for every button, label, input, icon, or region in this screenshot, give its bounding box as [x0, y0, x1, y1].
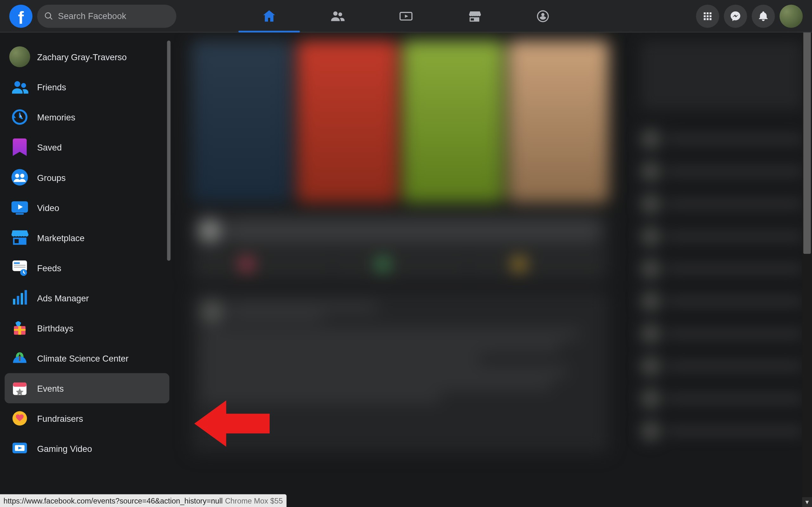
video-icon: [398, 9, 414, 24]
messenger-icon: [729, 10, 741, 22]
right-sidebar-blurred: [641, 41, 803, 445]
menu-grid-icon: [702, 10, 714, 22]
nav-groups[interactable]: [511, 0, 575, 32]
marketplace-icon: [467, 9, 482, 24]
svg-rect-5: [15, 213, 24, 215]
post: [191, 291, 609, 453]
scroll-thumb[interactable]: [803, 10, 811, 253]
memories-icon: [9, 107, 30, 127]
svg-rect-12: [17, 296, 19, 304]
menu-button[interactable]: [696, 4, 719, 27]
sidebar-item-friends[interactable]: Friends: [5, 72, 169, 102]
svg-point-1: [11, 169, 28, 186]
sidebar-item-label: Marketplace: [37, 233, 84, 242]
nav-home[interactable]: [237, 0, 301, 32]
events-icon: [9, 378, 30, 399]
ads-manager-icon: [9, 287, 30, 308]
sidebar-item-label: Fundraisers: [37, 413, 83, 424]
sidebar-item-label: Memories: [37, 112, 75, 122]
svg-rect-20: [13, 383, 27, 387]
sidebar-item-memories[interactable]: Memories: [5, 102, 169, 132]
nav-video[interactable]: [374, 0, 438, 32]
svg-rect-9: [14, 267, 26, 268]
sidebar-item-profile[interactable]: Zachary Gray-Traverso: [5, 42, 169, 72]
sidebar-item-groups[interactable]: Groups: [5, 162, 169, 192]
sidebar-scrollbar-thumb[interactable]: [167, 41, 171, 261]
sidebar-item-label: Birthdays: [37, 323, 73, 333]
friends-icon: [9, 76, 30, 97]
sidebar-item-fundraisers[interactable]: Fundraisers: [5, 403, 169, 434]
svg-rect-7: [14, 262, 20, 264]
sidebar-item-label: Friends: [37, 82, 66, 92]
messenger-button[interactable]: [724, 4, 747, 27]
friends-icon: [330, 9, 345, 24]
header: f: [0, 0, 812, 32]
status-bar: https://www.facebook.com/events?source=4…: [0, 494, 287, 507]
avatar-icon: [9, 46, 30, 67]
search-input[interactable]: [53, 11, 169, 21]
groups-icon: [9, 167, 30, 188]
sidebar-item-gaming-video[interactable]: Gaming Video: [5, 434, 169, 464]
sidebar-item-label: Events: [37, 383, 64, 393]
left-sidebar[interactable]: Zachary Gray-Traverso Friends Memories S…: [0, 32, 174, 507]
saved-icon: [9, 137, 30, 158]
status-tail: Chrome Mox $55: [225, 496, 283, 505]
fundraisers-icon: [9, 408, 30, 429]
sidebar-item-label: Ads Manager: [37, 293, 89, 302]
home-icon: [262, 9, 277, 24]
scroll-track[interactable]: [802, 10, 812, 497]
sidebar-item-label: Video: [37, 203, 59, 212]
feeds-icon: [9, 257, 30, 278]
sidebar-item-label: Saved: [37, 142, 62, 152]
svg-point-2: [15, 174, 19, 178]
svg-rect-11: [13, 299, 15, 304]
search-icon: [44, 11, 53, 20]
sidebar-item-label: Climate Science Center: [37, 353, 129, 363]
facebook-logo[interactable]: f: [9, 4, 32, 27]
sidebar-item-label: Gaming Video: [37, 444, 92, 453]
marketplace-icon: [9, 227, 30, 248]
svg-rect-14: [24, 290, 27, 305]
nav-marketplace[interactable]: [443, 0, 506, 32]
svg-rect-13: [20, 293, 23, 305]
sidebar-item-saved[interactable]: Saved: [5, 132, 169, 162]
sidebar-item-video[interactable]: Video: [5, 192, 169, 222]
sidebar-item-marketplace[interactable]: Marketplace: [5, 222, 169, 252]
svg-rect-8: [14, 265, 26, 266]
scroll-down-arrow[interactable]: ▼: [802, 497, 812, 507]
stories-row: [191, 41, 609, 203]
video-icon: [9, 197, 30, 218]
bell-icon: [757, 10, 769, 22]
browser-scrollbar[interactable]: ▲ ▼: [802, 0, 812, 507]
climate-icon: [9, 348, 30, 369]
notifications-button[interactable]: [752, 4, 775, 27]
search-box[interactable]: [37, 4, 176, 27]
svg-rect-17: [18, 326, 21, 335]
status-url: https://www.facebook.com/events?source=4…: [3, 496, 223, 505]
sidebar-item-events[interactable]: Events: [5, 373, 169, 403]
nav-friends[interactable]: [306, 0, 369, 32]
sidebar-item-label: Groups: [37, 172, 66, 182]
groups-icon: [536, 9, 551, 24]
sidebar-item-climate[interactable]: Climate Science Center: [5, 343, 169, 373]
composer: [191, 212, 609, 281]
svg-point-3: [20, 174, 24, 178]
sidebar-item-ads-manager[interactable]: Ads Manager: [5, 283, 169, 313]
sidebar-item-label: Zachary Gray-Traverso: [37, 52, 126, 62]
birthdays-icon: [9, 318, 30, 338]
sidebar-item-birthdays[interactable]: Birthdays: [5, 313, 169, 343]
gaming-video-icon: [9, 438, 30, 459]
sidebar-item-feeds[interactable]: Feeds: [5, 252, 169, 283]
account-avatar[interactable]: [780, 4, 803, 27]
svg-rect-18: [19, 356, 20, 361]
sidebar-item-label: Feeds: [37, 263, 61, 273]
main-feed-blurred: [191, 41, 609, 453]
